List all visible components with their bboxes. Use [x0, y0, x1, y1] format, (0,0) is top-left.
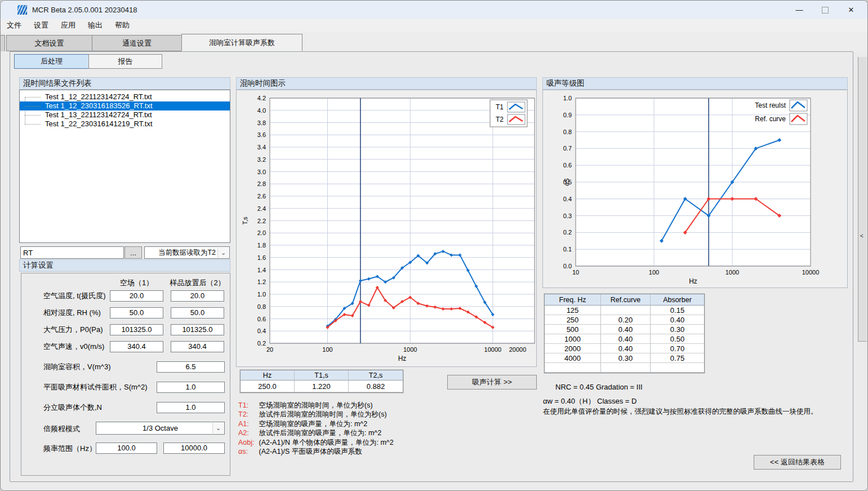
file-list-item[interactable]: Test 1_22_230316141219_RT.txt	[20, 120, 230, 129]
calc-field-single[interactable]: 1.0	[157, 382, 225, 393]
rt-readout-cell: 250.0	[241, 381, 295, 392]
table-row[interactable]: 10000.400.50	[545, 334, 704, 344]
table-header-cell: T1,s	[295, 370, 349, 381]
definition-desc: 空场混响室的吸声量，单位为: m^2	[257, 420, 367, 428]
table-header-cell: Absorber	[651, 294, 704, 306]
chevron-down-icon[interactable]: ⌄	[217, 247, 229, 258]
grade-table-cell	[651, 363, 704, 373]
table-row[interactable]: 40000.300.75	[545, 353, 704, 363]
file-list-item[interactable]: Test 1_12_221123142724_RT.txt	[20, 92, 230, 101]
calc-settings-header: 计算设置	[19, 259, 230, 272]
return-results-button[interactable]: << 返回结果表格	[754, 455, 841, 470]
calc-field-with-sample[interactable]: 101325.0	[171, 324, 224, 335]
calc-field-single[interactable]: 6.5	[157, 361, 225, 373]
svg-text:0.4: 0.4	[563, 196, 572, 202]
svg-text:2.8: 2.8	[257, 180, 266, 187]
definition-term: Aobj:	[238, 438, 257, 447]
grade-table-cell: 0.40	[601, 344, 651, 353]
grade-table-cell: 0.30	[651, 325, 704, 334]
grade-chart[interactable]: 0.00.10.20.30.40.50.60.70.80.91.01010010…	[543, 90, 847, 287]
svg-text:20: 20	[266, 346, 273, 353]
table-row[interactable]: 250.01.2200.882	[241, 381, 403, 392]
grade-table: Freq. HzRef.curveAbsorber1250.152500.200…	[544, 294, 705, 373]
svg-text:0.1: 0.1	[563, 246, 572, 253]
svg-text:100: 100	[322, 346, 332, 353]
svg-text:20000: 20000	[509, 346, 527, 353]
table-row[interactable]: 1250.15	[545, 306, 704, 315]
data-mode-dropdown[interactable]: 当前数据读取为T2 ⌄	[144, 246, 230, 259]
tab-document-settings[interactable]: 文档设置	[6, 35, 92, 51]
calc-column-header: 空场（1）	[110, 278, 163, 288]
svg-text:T,s: T,s	[242, 216, 248, 225]
table-row[interactable]: 20000.400.70	[545, 344, 704, 353]
table-row[interactable]	[545, 363, 704, 373]
tab-channel-settings[interactable]: 通道设置	[92, 35, 182, 51]
panel-collapse-splitter[interactable]: <	[858, 57, 867, 342]
file-list-item[interactable]: Test 1_13_221123142724_RT.txt	[20, 110, 230, 120]
freq-max-input[interactable]: 10000.0	[163, 443, 225, 454]
calc-field-empty-room[interactable]: 20.0	[110, 290, 163, 302]
octave-mode-dropdown[interactable]: 1/3 Octave⌄	[96, 422, 225, 435]
calc-field-with-sample[interactable]: 50.0	[171, 307, 224, 319]
absorb-calc-button[interactable]: 吸声计算 >>	[447, 375, 537, 390]
calc-field-single[interactable]: 1.0	[157, 402, 225, 413]
table-header-row: HzT1,sT2,s	[241, 370, 403, 381]
minimize-button[interactable]: —	[786, 1, 812, 19]
calc-field-empty-room[interactable]: 101325.0	[110, 324, 163, 335]
calc-field-with-sample[interactable]: 340.4	[171, 341, 224, 352]
definition-line: A1: 空场混响室的吸声量，单位为: m^2	[238, 419, 394, 428]
svg-text:0.8: 0.8	[563, 129, 572, 135]
freq-range-label: 频率范围（Hz）	[43, 443, 96, 454]
file-list-item[interactable]: Test 1_12_230316183526_RT.txt	[20, 101, 230, 110]
window-controls: — ✕	[786, 1, 864, 19]
svg-text:10000: 10000	[484, 346, 502, 353]
grade-table-cell: 0.20	[601, 315, 651, 325]
svg-text:αS: αS	[563, 178, 570, 186]
calc-field-empty-room[interactable]: 340.4	[110, 341, 163, 352]
svg-text:10: 10	[572, 269, 579, 276]
definition-line: αs: (A2-A1)/S 平面吸声体的吸声系数	[238, 447, 394, 456]
tab-reverb-absorption[interactable]: 混响室计算吸声系数	[181, 34, 302, 51]
tab-stub	[1, 35, 5, 51]
grade-table-cell: 250	[545, 315, 601, 325]
grade-table-cell: 2000	[545, 344, 601, 353]
chevron-down-icon[interactable]: ⌄	[212, 423, 224, 434]
svg-text:3.0: 3.0	[257, 169, 266, 175]
maximize-button[interactable]	[812, 1, 838, 19]
menu-help[interactable]: 帮助	[109, 19, 136, 32]
calc-settings-box: 空场（1）样品放置后（2）空气温度, t(摄氏度)20.020.0相对湿度, R…	[21, 273, 230, 476]
octave-mode-label: 倍频程模式	[43, 423, 80, 435]
grade-table-cell	[601, 306, 651, 315]
table-row[interactable]: 2500.200.40	[545, 315, 704, 325]
menu-settings[interactable]: 设置	[28, 19, 55, 32]
table-header-cell: T2,s	[349, 370, 403, 381]
grade-table-cell: 0.30	[601, 353, 651, 363]
subtab-report[interactable]: 报告	[88, 54, 162, 69]
calc-field-with-sample[interactable]: 20.0	[171, 290, 224, 302]
rt-name-input[interactable]: RT	[20, 246, 124, 259]
menu-apply[interactable]: 应用	[55, 19, 82, 32]
definition-term: A2:	[238, 428, 257, 437]
usage-note-text: 在使用此单值评价量的时候，强烈建议与按照标准获得的完整的吸声系数曲线一块使用。	[543, 407, 818, 417]
rt-chart-panel-header: 混响时间图示	[236, 77, 537, 90]
svg-text:1.2: 1.2	[257, 278, 266, 285]
rt-chart[interactable]: 0.20.40.60.81.01.21.41.61.82.02.22.42.62…	[237, 90, 536, 366]
table-header-cell: Ref.curve	[601, 294, 651, 306]
menu-file[interactable]: 文件	[1, 19, 28, 32]
table-row[interactable]: 5000.400.30	[545, 325, 704, 334]
svg-text:3.2: 3.2	[257, 156, 266, 163]
svg-text:Ref. curve: Ref. curve	[755, 115, 786, 123]
grade-table-cell	[601, 363, 651, 373]
svg-text:1000: 1000	[725, 269, 739, 276]
maximize-icon	[822, 7, 829, 14]
close-button[interactable]: ✕	[838, 1, 864, 19]
grade-table-cell: 125	[545, 306, 601, 315]
menu-output[interactable]: 输出	[82, 19, 109, 32]
browse-button[interactable]: ...	[124, 246, 142, 259]
calc-field-empty-room[interactable]: 50.0	[110, 307, 163, 319]
svg-text:3.8: 3.8	[257, 120, 266, 126]
definitions-block: T1: 空场混响室的混响时间，单位为秒(s)T2: 放试件后混响室的混响时间，单…	[238, 401, 394, 456]
freq-min-input[interactable]: 100.0	[96, 443, 157, 454]
subtab-postprocess[interactable]: 后处理	[14, 54, 89, 69]
calc-row-label: 空气声速，v0(m/s)	[43, 341, 104, 352]
